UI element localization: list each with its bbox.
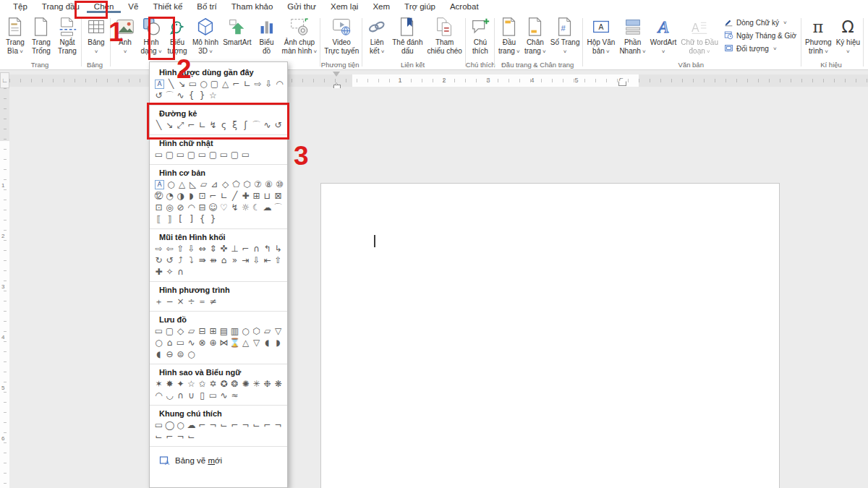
- shape-icon[interactable]: ▭: [153, 326, 164, 337]
- shape-icon[interactable]: ×: [175, 296, 186, 307]
- shape-icon[interactable]: ς: [218, 120, 229, 131]
- shape-icon[interactable]: ⊗: [197, 338, 208, 348]
- shape-icon[interactable]: ◑: [175, 191, 186, 202]
- shape-icon[interactable]: ⌛: [229, 338, 240, 348]
- shape-icon[interactable]: ◠: [186, 202, 197, 213]
- shape-icon[interactable]: △: [176, 179, 187, 190]
- shape-icon[interactable]: ○: [175, 420, 186, 431]
- shape-icon[interactable]: ¬: [175, 432, 186, 442]
- shape-icon[interactable]: ⋈: [218, 338, 229, 348]
- shape-icon[interactable]: ⌐: [197, 420, 208, 431]
- shape-icon[interactable]: ⌒: [251, 120, 262, 131]
- picture-button[interactable]: Ảnh˅: [112, 14, 138, 56]
- shape-icon[interactable]: ⌐: [186, 120, 197, 131]
- online-video-button[interactable]: VideoTrực tuyến: [322, 14, 361, 55]
- shape-icon[interactable]: ✚: [240, 191, 251, 202]
- shapes-button[interactable]: Hìnhdạng ˅: [138, 14, 164, 56]
- menu-tab[interactable]: Trang đầu: [35, 1, 87, 13]
- shape-icon[interactable]: ]: [186, 214, 197, 225]
- shape-icon[interactable]: ↺: [273, 120, 284, 131]
- shape-icon[interactable]: ▢: [186, 150, 197, 160]
- shape-icon[interactable]: ☺: [208, 202, 218, 213]
- shape-icon[interactable]: ⤢: [175, 120, 186, 131]
- shape-icon[interactable]: ⌂: [218, 255, 229, 266]
- shape-icon[interactable]: ◖: [153, 349, 164, 360]
- shape-icon[interactable]: ¬: [240, 420, 251, 431]
- shape-icon[interactable]: A: [155, 180, 164, 189]
- shape-icon[interactable]: ☆: [208, 90, 218, 101]
- shape-icon[interactable]: »: [229, 255, 240, 266]
- text-box-button[interactable]: AHộp Vănbản ˅: [584, 14, 617, 56]
- shape-icon[interactable]: ▭: [197, 150, 208, 160]
- shape-icon[interactable]: ▯: [197, 390, 208, 401]
- shape-icon[interactable]: ✚: [153, 267, 164, 278]
- shape-icon[interactable]: ╱: [229, 191, 240, 202]
- blank-page-button[interactable]: TrangTrống: [28, 14, 54, 55]
- shape-icon[interactable]: ☆: [186, 379, 197, 390]
- shape-icon[interactable]: ∟: [197, 120, 208, 131]
- shape-icon[interactable]: ＋: [153, 296, 164, 307]
- shape-icon[interactable]: −: [164, 296, 175, 307]
- shape-icon[interactable]: ⇧: [273, 255, 284, 266]
- shape-icon[interactable]: ⑦: [252, 179, 263, 190]
- shape-icon[interactable]: ⌙: [251, 420, 262, 431]
- horizontal-ruler[interactable]: 123456: [9, 74, 868, 87]
- shape-icon[interactable]: ✧: [164, 267, 175, 278]
- shape-icon[interactable]: ❂: [229, 379, 240, 390]
- shape-icon[interactable]: ⊥: [229, 244, 240, 254]
- vertical-ruler[interactable]: 123456: [0, 88, 9, 488]
- shape-icon[interactable]: ⌙: [218, 420, 229, 431]
- shape-icon[interactable]: ⊟: [197, 202, 208, 213]
- shape-icon[interactable]: ☁: [186, 420, 197, 431]
- shape-icon[interactable]: ⊞: [251, 191, 262, 202]
- shape-icon[interactable]: ⌒: [273, 202, 284, 213]
- shape-icon[interactable]: }: [208, 214, 218, 225]
- shape-icon[interactable]: ↰: [262, 244, 273, 254]
- shape-icon[interactable]: ⇧: [175, 244, 186, 254]
- shape-icon[interactable]: ✺: [240, 379, 251, 390]
- shape-icon[interactable]: ◺: [187, 179, 198, 190]
- shape-icon[interactable]: ○: [153, 338, 164, 348]
- wordart-button[interactable]: AWordArt˅: [648, 14, 679, 56]
- shape-icon[interactable]: ⇛: [197, 255, 208, 266]
- shape-icon[interactable]: ╲: [166, 79, 176, 90]
- shape-icon[interactable]: ▭: [153, 150, 164, 160]
- shape-icon[interactable]: ▢: [208, 150, 218, 160]
- menu-tab[interactable]: Vẽ: [121, 1, 145, 13]
- shape-icon[interactable]: ▭: [175, 150, 186, 160]
- quick-parts-button[interactable]: PhầnNhanh ˅: [617, 14, 647, 56]
- shape-icon[interactable]: ⬡: [242, 179, 252, 190]
- shape-icon[interactable]: ♡: [218, 202, 229, 213]
- shape-icon[interactable]: ⊟: [197, 326, 208, 337]
- shape-icon[interactable]: ☾: [251, 202, 262, 213]
- shape-icon[interactable]: ○: [186, 349, 197, 360]
- shape-icon[interactable]: ▥: [229, 326, 240, 337]
- shape-icon[interactable]: ⑫: [153, 191, 164, 202]
- shape-icon[interactable]: ▭: [175, 338, 186, 348]
- smartart-button[interactable]: SmartArt: [221, 14, 253, 47]
- shape-icon[interactable]: ◗: [273, 338, 284, 348]
- shape-icon[interactable]: ⬡: [251, 326, 262, 337]
- icons-button[interactable]: Biểutượng: [164, 14, 190, 55]
- shape-icon[interactable]: ⌐: [240, 244, 251, 254]
- shape-icon[interactable]: ⊠: [273, 191, 284, 202]
- shape-icon[interactable]: ✩: [197, 379, 208, 390]
- shape-icon[interactable]: ↘: [176, 79, 187, 90]
- shape-icon[interactable]: ⟦: [153, 214, 164, 225]
- equation-button[interactable]: πPhươngtrình ˅: [803, 14, 834, 56]
- shape-icon[interactable]: ⇩: [263, 79, 274, 90]
- shape-icon[interactable]: ʃ: [240, 120, 251, 131]
- drop-cap-button[interactable]: AChữ to Đầuđoạn ˅: [678, 14, 720, 56]
- shape-icon[interactable]: ∿: [262, 120, 273, 131]
- shape-icon[interactable]: ◖: [262, 338, 273, 348]
- shape-icon[interactable]: ▽: [273, 326, 284, 337]
- shape-icon[interactable]: ⌙: [186, 432, 197, 442]
- shape-icon[interactable]: ▢: [229, 150, 240, 160]
- shape-icon[interactable]: ⤴: [175, 255, 186, 266]
- shape-icon[interactable]: ⇥: [240, 255, 251, 266]
- shape-icon[interactable]: ↯: [229, 202, 240, 213]
- shape-icon[interactable]: ✸: [164, 379, 175, 390]
- shape-icon[interactable]: ↯: [208, 120, 218, 131]
- shape-icon[interactable]: ⌂: [164, 338, 175, 348]
- shape-icon[interactable]: ∪: [186, 390, 197, 401]
